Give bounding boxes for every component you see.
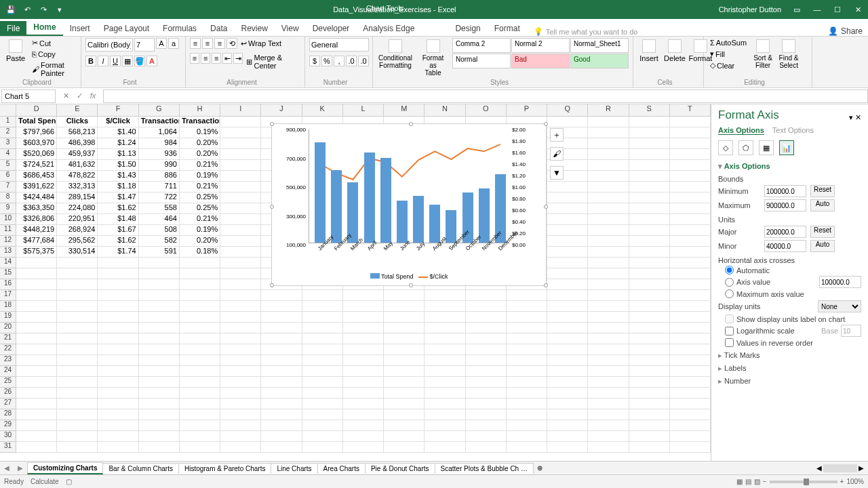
- cell[interactable]: [343, 323, 384, 333]
- cell[interactable]: Transactions: [139, 117, 180, 127]
- row-header[interactable]: 4: [0, 149, 16, 160]
- cell[interactable]: [139, 301, 180, 312]
- cell[interactable]: [588, 377, 629, 388]
- cell-styles-gallery[interactable]: Comma 2 Normal 2 Normal_Sheet1 Normal Ba…: [452, 38, 629, 68]
- cell[interactable]: [220, 409, 261, 420]
- cell[interactable]: [180, 312, 220, 323]
- cell[interactable]: [220, 399, 261, 409]
- cell[interactable]: [629, 333, 670, 344]
- cell[interactable]: [670, 117, 711, 127]
- cell[interactable]: [302, 344, 343, 355]
- cell[interactable]: [180, 290, 220, 301]
- view-normal-icon[interactable]: ▦: [736, 478, 743, 485]
- cell[interactable]: [547, 366, 588, 377]
- cell[interactable]: [16, 377, 57, 388]
- cell[interactable]: $1.47: [98, 192, 138, 203]
- cell[interactable]: [16, 333, 57, 344]
- cell[interactable]: [220, 236, 261, 247]
- tab-file[interactable]: File: [0, 21, 26, 36]
- cell[interactable]: 0.20%: [180, 236, 220, 247]
- cell[interactable]: [466, 323, 507, 333]
- col-header[interactable]: H: [180, 104, 220, 116]
- align-center-icon[interactable]: ≡: [201, 53, 210, 64]
- cell[interactable]: $1.62: [98, 203, 138, 214]
- hscroll-left[interactable]: ◀: [816, 464, 822, 472]
- col-header[interactable]: O: [466, 104, 507, 116]
- cell[interactable]: [261, 399, 302, 409]
- axis-options-section[interactable]: Axis Options: [718, 162, 861, 171]
- pane-dropdown-icon[interactable]: ▾: [849, 113, 853, 121]
- cell[interactable]: [261, 377, 302, 388]
- cell[interactable]: [98, 420, 138, 431]
- cell[interactable]: [629, 236, 670, 247]
- cell[interactable]: [98, 431, 138, 442]
- cell[interactable]: [98, 355, 138, 366]
- cell[interactable]: [261, 409, 302, 420]
- cell[interactable]: [629, 171, 670, 182]
- cell[interactable]: 481,632: [57, 160, 98, 171]
- align-right-icon[interactable]: ≡: [212, 53, 221, 64]
- cell[interactable]: [547, 192, 588, 203]
- col-header[interactable]: K: [302, 104, 343, 116]
- cell[interactable]: [384, 344, 425, 355]
- cell[interactable]: [670, 377, 711, 388]
- text-options-tab[interactable]: Text Options: [772, 126, 814, 135]
- cell[interactable]: 220,951: [57, 214, 98, 225]
- cell[interactable]: [139, 268, 180, 279]
- cell[interactable]: [180, 399, 220, 409]
- cell[interactable]: [384, 409, 425, 420]
- cell[interactable]: [139, 442, 180, 453]
- cell[interactable]: [16, 355, 57, 366]
- cell[interactable]: [629, 268, 670, 279]
- row-header[interactable]: 27: [0, 399, 16, 409]
- percent-icon[interactable]: %: [321, 56, 332, 66]
- cell[interactable]: $1.67: [98, 225, 138, 236]
- align-middle-icon[interactable]: ≡: [202, 38, 213, 49]
- sheet-tab[interactable]: Area Charts: [317, 463, 366, 474]
- row-header[interactable]: 24: [0, 366, 16, 377]
- cell[interactable]: [139, 344, 180, 355]
- cell[interactable]: [670, 258, 711, 268]
- cell[interactable]: [180, 279, 220, 290]
- cell[interactable]: [466, 420, 507, 431]
- cell[interactable]: [670, 388, 711, 399]
- row-header[interactable]: 25: [0, 377, 16, 388]
- cell[interactable]: [220, 279, 261, 290]
- cell[interactable]: 984: [139, 138, 180, 149]
- cell[interactable]: [547, 409, 588, 420]
- sort-filter-button[interactable]: Sort & Filter: [751, 38, 774, 70]
- row-header[interactable]: 18: [0, 301, 16, 312]
- cell[interactable]: [466, 409, 507, 420]
- row-header[interactable]: 31: [0, 442, 16, 453]
- row-header[interactable]: 29: [0, 420, 16, 431]
- cell[interactable]: [588, 258, 629, 268]
- cell[interactable]: [261, 366, 302, 377]
- cell[interactable]: [98, 279, 138, 290]
- cell[interactable]: [629, 323, 670, 333]
- copy-button[interactable]: ⎘ Copy: [30, 49, 77, 59]
- cell[interactable]: [57, 442, 98, 453]
- tab-data[interactable]: Data: [203, 21, 234, 36]
- cell[interactable]: [547, 268, 588, 279]
- row-header[interactable]: 10: [0, 214, 16, 225]
- cell[interactable]: [180, 301, 220, 312]
- cell[interactable]: [588, 323, 629, 333]
- cell[interactable]: [547, 290, 588, 301]
- cell[interactable]: $1.74: [98, 247, 138, 258]
- cell[interactable]: [588, 366, 629, 377]
- row-header[interactable]: 30: [0, 431, 16, 442]
- cell[interactable]: [466, 301, 507, 312]
- cell[interactable]: Transaction %: [180, 117, 220, 127]
- cell[interactable]: [670, 268, 711, 279]
- cell[interactable]: [507, 312, 547, 323]
- cell[interactable]: 0.21%: [180, 214, 220, 225]
- delete-cells-button[interactable]: Delete: [663, 38, 686, 64]
- row-header[interactable]: 3: [0, 138, 16, 149]
- units-major-reset[interactable]: Reset: [810, 226, 835, 238]
- display-units-select[interactable]: None: [818, 300, 861, 312]
- cell[interactable]: [343, 301, 384, 312]
- cell[interactable]: [629, 160, 670, 171]
- cell[interactable]: [425, 366, 465, 377]
- autosum-button[interactable]: Σ AutoSum: [708, 38, 749, 47]
- cell[interactable]: [302, 301, 343, 312]
